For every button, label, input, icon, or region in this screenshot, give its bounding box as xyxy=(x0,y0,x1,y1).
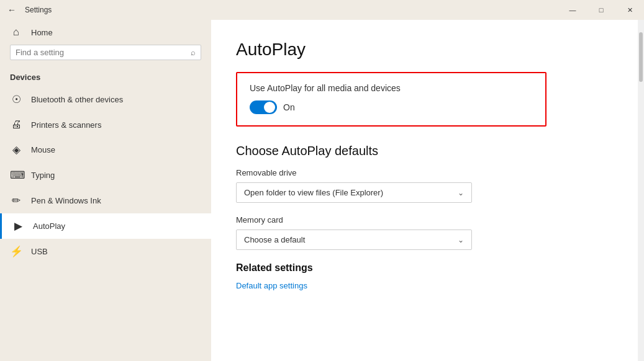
content-area: AutoPlay Use AutoPlay for all media and … xyxy=(211,20,638,361)
sidebar-item-autoplay[interactable]: ▶ AutoPlay xyxy=(0,213,211,239)
defaults-section-title: Choose AutoPlay defaults xyxy=(236,144,613,158)
page-title: AutoPlay xyxy=(236,40,613,60)
scrollbar-thumb[interactable] xyxy=(639,32,643,82)
maximize-button[interactable]: □ xyxy=(587,0,615,20)
sidebar-item-autoplay-label: AutoPlay xyxy=(33,221,65,231)
memory-card-chevron: ⌄ xyxy=(458,236,464,244)
sidebar-item-typing-label: Typing xyxy=(31,171,55,180)
usb-icon: ⚡ xyxy=(10,245,22,258)
mouse-icon: ◈ xyxy=(10,143,22,156)
toggle-on-label: On xyxy=(283,102,295,112)
titlebar-controls: — □ ✕ xyxy=(558,0,644,20)
sidebar-item-mouse[interactable]: ◈ Mouse xyxy=(0,137,211,163)
typing-icon: ⌨ xyxy=(10,169,22,182)
sidebar-section-title: Devices xyxy=(0,65,211,87)
sidebar-item-pen[interactable]: ✏ Pen & Windows Ink xyxy=(0,188,211,213)
main-layout: ⌂ Home ⌕ Devices ☉ Bluetooth & other dev… xyxy=(0,20,644,361)
scrollbar[interactable] xyxy=(638,20,644,361)
pen-icon: ✏ xyxy=(10,194,22,207)
close-button[interactable]: ✕ xyxy=(615,0,644,20)
sidebar-item-bluetooth-label: Bluetooth & other devices xyxy=(31,95,123,104)
removable-drive-label: Removable drive xyxy=(236,168,613,177)
home-icon: ⌂ xyxy=(10,26,22,38)
titlebar: ← Settings — □ ✕ xyxy=(0,0,644,20)
sidebar-item-typing[interactable]: ⌨ Typing xyxy=(0,163,211,188)
back-button[interactable]: ← xyxy=(5,2,19,17)
autoplay-toggle-box: Use AutoPlay for all media and devices O… xyxy=(236,72,546,127)
sidebar-item-bluetooth[interactable]: ☉ Bluetooth & other devices xyxy=(0,87,211,112)
bluetooth-icon: ☉ xyxy=(10,93,22,106)
sidebar-item-pen-label: Pen & Windows Ink xyxy=(31,196,101,205)
sidebar-item-usb-label: USB xyxy=(31,247,48,256)
titlebar-left: ← Settings xyxy=(5,2,52,17)
sidebar-item-printers[interactable]: 🖨 Printers & scanners xyxy=(0,112,211,137)
autoplay-icon: ▶ xyxy=(12,220,24,233)
titlebar-title: Settings xyxy=(25,6,52,14)
default-app-settings-link[interactable]: Default app settings xyxy=(236,281,613,290)
sidebar-item-printers-label: Printers & scanners xyxy=(31,120,101,130)
sidebar-item-home[interactable]: ⌂ Home xyxy=(0,20,211,45)
search-input[interactable] xyxy=(16,48,187,57)
sidebar-item-mouse-label: Mouse xyxy=(31,145,55,154)
sidebar: ⌂ Home ⌕ Devices ☉ Bluetooth & other dev… xyxy=(0,20,211,361)
related-settings-title: Related settings xyxy=(236,262,613,274)
printer-icon: 🖨 xyxy=(10,118,22,131)
toggle-row: On xyxy=(250,100,533,114)
memory-card-label: Memory card xyxy=(236,215,613,225)
search-icon: ⌕ xyxy=(191,48,196,57)
sidebar-item-home-label: Home xyxy=(31,28,53,37)
autoplay-toggle-description: Use AutoPlay for all media and devices xyxy=(250,83,533,93)
removable-drive-chevron: ⌄ xyxy=(458,189,464,197)
removable-drive-dropdown[interactable]: Open folder to view files (File Explorer… xyxy=(236,182,472,203)
search-box[interactable]: ⌕ xyxy=(10,45,201,60)
toggle-knob xyxy=(264,102,275,113)
memory-card-dropdown[interactable]: Choose a default ⌄ xyxy=(236,230,472,250)
sidebar-item-usb[interactable]: ⚡ USB xyxy=(0,239,211,264)
removable-drive-value: Open folder to view files (File Explorer… xyxy=(244,188,383,197)
memory-card-value: Choose a default xyxy=(244,235,305,244)
autoplay-toggle[interactable] xyxy=(250,100,277,114)
minimize-button[interactable]: — xyxy=(558,0,587,20)
